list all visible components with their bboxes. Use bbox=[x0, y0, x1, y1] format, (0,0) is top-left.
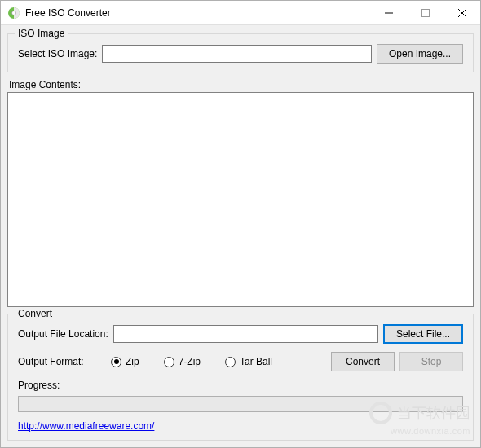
client-area: ISO Image Select ISO Image: Open Image..… bbox=[1, 25, 480, 447]
select-iso-label: Select ISO Image: bbox=[18, 48, 97, 59]
select-file-button[interactable]: Select File... bbox=[383, 324, 463, 344]
radio-dot-icon bbox=[164, 357, 174, 367]
convert-button[interactable]: Convert bbox=[331, 352, 395, 371]
radio-tarball-label: Tar Ball bbox=[240, 356, 272, 367]
convert-group: Convert Output File Location: Select Fil… bbox=[7, 314, 474, 441]
iso-path-input[interactable] bbox=[102, 45, 372, 63]
output-format-label: Output Format: bbox=[18, 356, 106, 367]
radio-7zip-label: 7-Zip bbox=[179, 356, 201, 367]
open-image-button[interactable]: Open Image... bbox=[377, 44, 463, 64]
iso-group-title: ISO Image bbox=[15, 28, 68, 39]
output-location-input[interactable] bbox=[113, 325, 378, 343]
app-icon bbox=[7, 7, 20, 20]
progress-bar bbox=[18, 396, 463, 412]
stop-button[interactable]: Stop bbox=[399, 352, 463, 371]
minimize-button[interactable] bbox=[370, 1, 407, 25]
convert-group-title: Convert bbox=[15, 308, 55, 319]
image-contents-list[interactable] bbox=[7, 92, 474, 307]
radio-dot-icon bbox=[111, 357, 121, 367]
maximize-button[interactable] bbox=[407, 1, 443, 25]
app-window: Free ISO Converter ISO Image Select ISO … bbox=[0, 0, 481, 448]
iso-image-group: ISO Image Select ISO Image: Open Image..… bbox=[7, 33, 474, 72]
output-location-label: Output File Location: bbox=[18, 328, 108, 340]
progress-label: Progress: bbox=[18, 380, 463, 391]
radio-dot-icon bbox=[225, 357, 236, 367]
radio-7zip[interactable]: 7-Zip bbox=[164, 356, 201, 367]
svg-rect-3 bbox=[421, 9, 429, 16]
svg-point-1 bbox=[12, 11, 16, 15]
window-title: Free ISO Converter bbox=[25, 7, 370, 19]
website-link[interactable]: http://www.mediafreeware.com/ bbox=[18, 420, 154, 432]
radio-zip-label: Zip bbox=[126, 356, 139, 367]
image-contents-label: Image Contents: bbox=[9, 79, 474, 90]
radio-zip[interactable]: Zip bbox=[111, 356, 139, 367]
titlebar: Free ISO Converter bbox=[1, 1, 480, 25]
close-button[interactable] bbox=[443, 1, 480, 25]
radio-tarball[interactable]: Tar Ball bbox=[225, 356, 272, 367]
